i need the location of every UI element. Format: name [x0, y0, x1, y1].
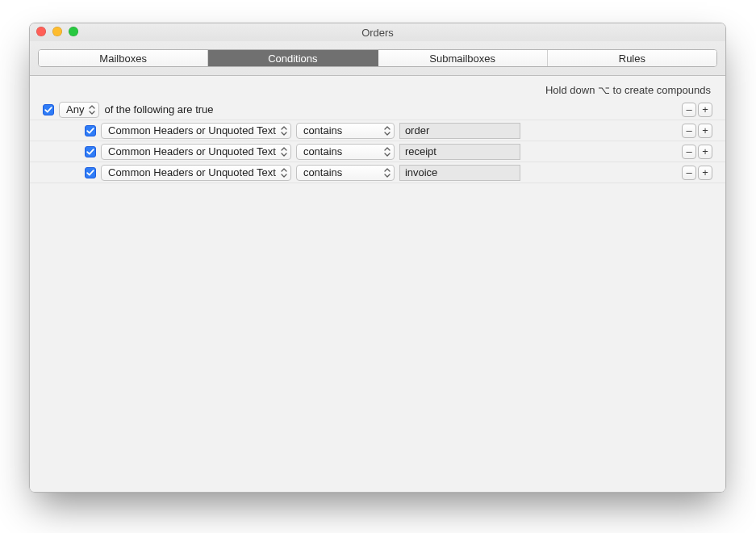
- attribute-label: Common Headers or Unquoted Text: [108, 145, 276, 157]
- operator-label: contains: [303, 124, 342, 136]
- zoom-icon[interactable]: [69, 27, 78, 36]
- remove-condition-button[interactable]: –: [682, 124, 696, 138]
- compound-hint: Hold down ⌥ to create compounds: [30, 82, 725, 99]
- minimize-icon[interactable]: [52, 27, 62, 36]
- operator-label: contains: [303, 145, 342, 157]
- chevron-updown-icon: [280, 146, 288, 157]
- add-condition-button[interactable]: +: [698, 103, 712, 117]
- tab-conditions[interactable]: Conditions: [207, 50, 377, 66]
- match-mode-select[interactable]: Any: [59, 102, 99, 118]
- add-condition-button[interactable]: +: [698, 145, 712, 159]
- remove-condition-button[interactable]: –: [682, 166, 696, 180]
- titlebar: Orders: [30, 23, 725, 41]
- operator-select[interactable]: contains: [296, 165, 395, 181]
- window-title: Orders: [361, 27, 394, 39]
- attribute-label: Common Headers or Unquoted Text: [108, 124, 276, 136]
- chevron-updown-icon: [383, 146, 391, 157]
- value-text: invoice: [405, 166, 437, 178]
- condition-row: Common Headers or Unquoted Text contains…: [30, 141, 725, 162]
- chevron-updown-icon: [280, 167, 288, 178]
- match-suffix-label: of the following are true: [104, 103, 213, 115]
- tab-mailboxes[interactable]: Mailboxes: [39, 50, 207, 66]
- operator-label: contains: [303, 166, 342, 178]
- attribute-label: Common Headers or Unquoted Text: [108, 166, 276, 178]
- operator-select[interactable]: contains: [296, 123, 395, 139]
- chevron-updown-icon: [383, 125, 391, 136]
- chevron-updown-icon: [88, 104, 96, 115]
- condition-enabled-checkbox[interactable]: [85, 167, 96, 178]
- parent-condition-row: Any of the following are true – +: [30, 99, 725, 120]
- match-mode-label: Any: [66, 103, 84, 115]
- remove-condition-button[interactable]: –: [682, 103, 696, 117]
- value-field[interactable]: invoice: [399, 165, 520, 181]
- value-text: receipt: [405, 145, 436, 157]
- value-field[interactable]: order: [399, 123, 520, 139]
- segmented-control: Mailboxes Conditions Submailboxes Rules: [38, 49, 717, 67]
- value-text: order: [405, 124, 429, 136]
- operator-select[interactable]: contains: [296, 144, 395, 160]
- attribute-select[interactable]: Common Headers or Unquoted Text: [101, 123, 291, 139]
- condition-enabled-checkbox[interactable]: [85, 146, 96, 157]
- remove-condition-button[interactable]: –: [682, 145, 696, 159]
- tab-bar: Mailboxes Conditions Submailboxes Rules: [30, 41, 725, 76]
- add-condition-button[interactable]: +: [698, 124, 712, 138]
- chevron-updown-icon: [383, 167, 391, 178]
- attribute-select[interactable]: Common Headers or Unquoted Text: [101, 165, 291, 181]
- tab-submailboxes[interactable]: Submailboxes: [378, 50, 547, 66]
- attribute-select[interactable]: Common Headers or Unquoted Text: [101, 144, 291, 160]
- condition-enabled-checkbox[interactable]: [85, 125, 96, 136]
- window: Orders Mailboxes Conditions Submailboxes…: [29, 23, 726, 493]
- chevron-updown-icon: [280, 125, 288, 136]
- condition-enabled-checkbox[interactable]: [43, 104, 54, 115]
- tab-rules[interactable]: Rules: [547, 50, 716, 66]
- value-field[interactable]: receipt: [399, 144, 520, 160]
- condition-row: Common Headers or Unquoted Text contains…: [30, 120, 725, 141]
- condition-row: Common Headers or Unquoted Text contains…: [30, 162, 725, 183]
- add-condition-button[interactable]: +: [698, 166, 712, 180]
- close-icon[interactable]: [36, 27, 46, 36]
- content-area: Hold down ⌥ to create compounds Any of t…: [30, 76, 725, 492]
